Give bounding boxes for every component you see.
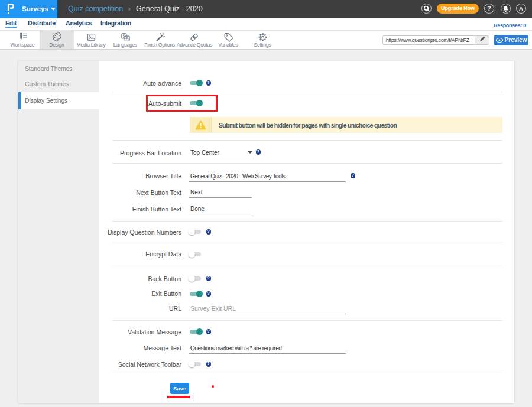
svg-text:A: A: [126, 36, 129, 40]
